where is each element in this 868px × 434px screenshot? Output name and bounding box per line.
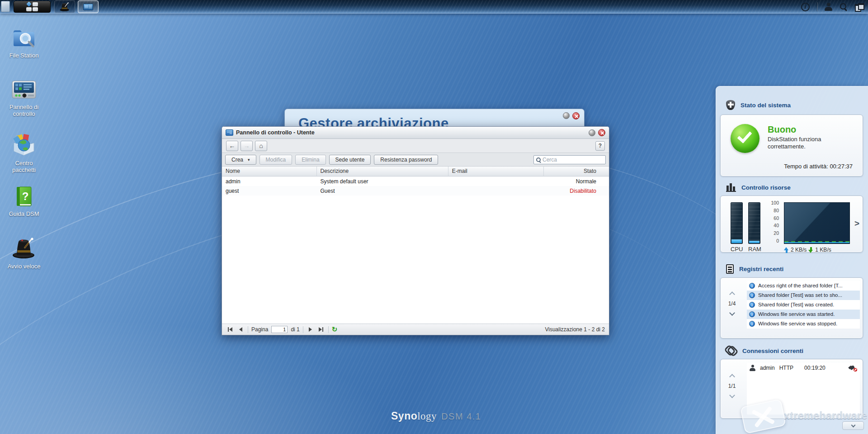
network-graph (784, 202, 850, 244)
user-account-icon[interactable] (825, 3, 832, 11)
user-icon (750, 365, 755, 371)
help-button[interactable]: ? (595, 141, 605, 151)
first-page-button[interactable] (226, 326, 234, 334)
chain-link-icon (726, 346, 737, 356)
refresh-icon[interactable]: ↻ (332, 325, 338, 334)
forward-button[interactable]: → (241, 141, 253, 151)
desktop-icon-dsm-help[interactable]: ? Guida DSM (0, 186, 48, 217)
info-icon (749, 321, 755, 327)
column-header-descrizione[interactable]: Descrizione (317, 167, 448, 176)
desktop-icon-file-station[interactable]: File Station (0, 27, 48, 59)
column-header-email[interactable]: E-mail (448, 167, 544, 176)
log-list: Access right of the shared folder [T... … (747, 281, 860, 329)
ram-label: RAM (748, 246, 760, 253)
taskbar-item-control-panel-active[interactable] (78, 0, 99, 13)
info-icon[interactable]: i (801, 3, 810, 11)
password-strength-button[interactable]: Resistenza password (374, 155, 438, 165)
window-title: Pannello di controllo - Utente (236, 129, 586, 136)
connection-row[interactable]: admin HTTP 00:19:20 (747, 363, 860, 373)
magic-hat-icon (11, 236, 37, 260)
search-box (533, 155, 606, 164)
table-row-guest[interactable]: guest Guest Disabilitato (222, 186, 609, 196)
user-home-button[interactable]: Sede utente (329, 155, 371, 165)
page-down-button[interactable] (729, 392, 735, 398)
sidebar-collapse-tab[interactable] (842, 421, 864, 430)
delete-button[interactable]: Elimina (295, 155, 326, 165)
desktop-icon-control-panel[interactable]: Pannello dicontrollo (0, 80, 48, 117)
home-icon: ⌂ (259, 142, 263, 149)
recent-logs-panel: 1/4 Access right of the shared folder [T… (720, 277, 863, 339)
disconnect-icon[interactable] (849, 365, 857, 372)
help-book-icon: ? (14, 186, 34, 207)
page-up-button[interactable] (729, 374, 735, 380)
cpu-label: CPU (731, 246, 743, 253)
page-up-button[interactable] (729, 291, 735, 297)
column-header-stato[interactable]: Stato (544, 167, 609, 176)
status-value-disabled: Disabilitato (544, 188, 609, 194)
chevron-down-icon (851, 423, 855, 427)
back-button[interactable]: ← (226, 141, 238, 151)
section-title: Stato del sistema (741, 102, 791, 109)
taskbar-item-quick-start[interactable] (54, 0, 75, 13)
status-text: Buono (768, 124, 796, 135)
info-icon (749, 302, 755, 308)
status-value: Normale (544, 178, 609, 185)
info-icon (749, 283, 755, 289)
file-station-icon (12, 27, 36, 49)
control-panel-user-window: Pannello di controllo - Utente ← → ⌂ ? C… (222, 126, 609, 335)
resource-monitor-panel: CPU RAM 100 80 60 40 20 0 2 KB/s 1 KB/s … (720, 196, 863, 253)
page-number-input[interactable] (271, 326, 288, 333)
desktop: i File Station (0, 0, 868, 434)
log-entry: Shared folder [Test] was set to sho... (747, 291, 860, 300)
main-menu-button[interactable] (14, 1, 51, 13)
column-header-nome[interactable]: Nome (222, 167, 317, 176)
pilot-view-icon[interactable] (855, 3, 864, 11)
home-button[interactable]: ⌂ (255, 141, 267, 151)
window-footer: Pagina di 1 ↻ Visualizzazione 1 - 2 di 2 (222, 324, 609, 335)
status-good-icon (731, 124, 760, 153)
control-panel-device-icon (11, 80, 37, 100)
table-header: Nome Descrizione E-mail Stato (222, 167, 609, 176)
download-arrow-icon (808, 247, 813, 253)
caret-down-icon: ▾ (248, 157, 250, 162)
prev-page-button[interactable] (237, 326, 245, 334)
svg-text:?: ? (22, 190, 29, 202)
create-button[interactable]: Crea ▾ (225, 155, 256, 165)
next-page-button[interactable] (307, 326, 314, 334)
expand-resource-monitor-button[interactable]: > (854, 219, 859, 229)
log-entry: Windows file service was stopped. (747, 319, 860, 329)
shield-icon (726, 100, 735, 110)
log-entry: Shared folder [Test] was created. (747, 300, 860, 310)
minimize-button[interactable] (589, 129, 595, 136)
page-total-label: di 1 (291, 326, 299, 333)
info-icon (749, 311, 755, 317)
desktop-icon-label: Centropacchetti (0, 160, 48, 173)
table-empty-area (222, 196, 609, 324)
page-down-button[interactable] (729, 310, 735, 316)
desktop-icon-package-center[interactable]: Centropacchetti (0, 134, 48, 173)
window-nav-row: ← → ⌂ ? (222, 139, 609, 153)
edit-button[interactable]: Modifica (259, 155, 292, 165)
table-row-admin[interactable]: admin System default user Normale (222, 176, 609, 186)
connection-protocol: HTTP (779, 365, 793, 371)
status-description: DiskStation funziona correttamente. (768, 136, 821, 150)
search-icon[interactable] (840, 3, 848, 11)
show-desktop-button[interactable] (1, 1, 10, 12)
document-icon (726, 264, 734, 274)
connection-list: admin HTTP 00:19:20 (747, 363, 860, 415)
log-entry: Access right of the shared folder [T... (747, 281, 860, 291)
close-button[interactable] (598, 129, 605, 136)
window-titlebar[interactable]: Pannello di controllo - Utente (222, 127, 609, 139)
last-page-button[interactable] (317, 326, 325, 334)
forward-arrow-icon: → (244, 142, 250, 149)
desktop-icon-quick-start[interactable]: Avvio veloce (0, 236, 48, 270)
logs-pager: 1/4 (726, 292, 738, 315)
logs-page-indicator: 1/4 (728, 300, 736, 307)
window-icon (226, 129, 233, 136)
ram-gauge (748, 202, 760, 244)
search-input[interactable] (542, 157, 604, 163)
minimize-button[interactable] (563, 112, 570, 119)
section-resource-monitor: Controllo risorse (726, 183, 791, 192)
section-title: Registri recenti (739, 266, 783, 272)
close-button[interactable] (572, 112, 580, 119)
